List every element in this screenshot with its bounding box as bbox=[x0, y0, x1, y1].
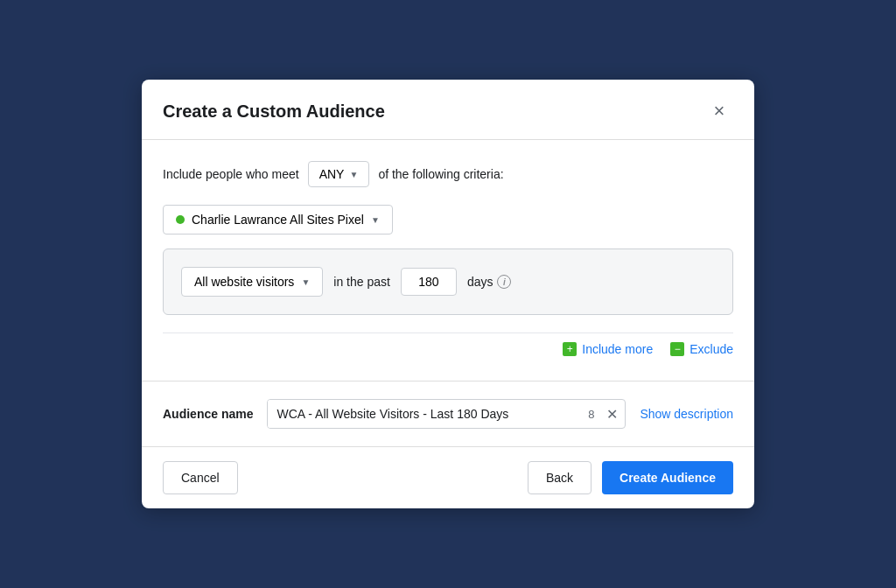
pixel-selector[interactable]: Charlie Lawrance All Sites Pixel ▼ bbox=[163, 205, 393, 234]
visitors-type-label: All website visitors bbox=[194, 275, 294, 289]
audience-actions-row: + Include more − Exclude bbox=[163, 332, 733, 360]
exclude-icon: − bbox=[670, 342, 684, 356]
show-description-button[interactable]: Show description bbox=[640, 407, 733, 421]
close-button[interactable]: × bbox=[705, 97, 733, 125]
visitors-type-dropdown[interactable]: All website visitors ▼ bbox=[181, 267, 323, 297]
chevron-down-icon: ▼ bbox=[349, 170, 358, 179]
audience-name-section: Audience name 8 ✕ Show description bbox=[142, 381, 754, 446]
days-label: days i bbox=[467, 275, 512, 289]
audience-name-label: Audience name bbox=[163, 407, 253, 421]
modal-footer: Cancel Back Create Audience bbox=[142, 446, 754, 508]
chevron-down-icon: ▼ bbox=[301, 277, 310, 287]
pixel-status-dot bbox=[176, 215, 185, 224]
clear-input-button[interactable]: ✕ bbox=[599, 406, 625, 423]
in-past-label: in the past bbox=[333, 275, 390, 289]
modal-title: Create a Custom Audience bbox=[163, 102, 385, 122]
any-dropdown[interactable]: ANY ▼ bbox=[308, 161, 370, 187]
back-button[interactable]: Back bbox=[528, 461, 592, 494]
any-label: ANY bbox=[319, 167, 345, 181]
include-label: Include people who meet bbox=[163, 167, 299, 181]
close-icon: ✕ bbox=[606, 406, 618, 423]
close-icon: × bbox=[714, 102, 725, 121]
of-criteria-label: of the following criteria: bbox=[378, 167, 503, 181]
include-more-label: Include more bbox=[582, 342, 653, 356]
modal-body: Include people who meet ANY ▼ of the fol… bbox=[142, 140, 754, 381]
create-custom-audience-modal: Create a Custom Audience × Include peopl… bbox=[142, 80, 754, 508]
cancel-button[interactable]: Cancel bbox=[163, 461, 238, 494]
exclude-button[interactable]: − Exclude bbox=[670, 342, 733, 356]
days-input[interactable] bbox=[401, 268, 457, 296]
visitors-box: All website visitors ▼ in the past days … bbox=[163, 248, 733, 315]
include-more-icon: + bbox=[563, 342, 577, 356]
audience-name-input[interactable] bbox=[268, 400, 583, 428]
chevron-down-icon: ▼ bbox=[371, 215, 380, 225]
info-icon[interactable]: i bbox=[497, 275, 511, 289]
char-count: 8 bbox=[583, 408, 599, 421]
visitors-row: All website visitors ▼ in the past days … bbox=[181, 267, 715, 297]
create-audience-button[interactable]: Create Audience bbox=[602, 461, 733, 494]
pixel-name: Charlie Lawrance All Sites Pixel bbox=[192, 213, 364, 227]
footer-right: Back Create Audience bbox=[528, 461, 733, 494]
audience-name-wrapper: 8 ✕ bbox=[267, 399, 626, 429]
include-more-button[interactable]: + Include more bbox=[563, 342, 653, 356]
exclude-label: Exclude bbox=[690, 342, 733, 356]
modal-header: Create a Custom Audience × bbox=[142, 80, 754, 140]
modal-backdrop: Create a Custom Audience × Include peopl… bbox=[0, 0, 896, 588]
criteria-row: Include people who meet ANY ▼ of the fol… bbox=[163, 161, 733, 187]
